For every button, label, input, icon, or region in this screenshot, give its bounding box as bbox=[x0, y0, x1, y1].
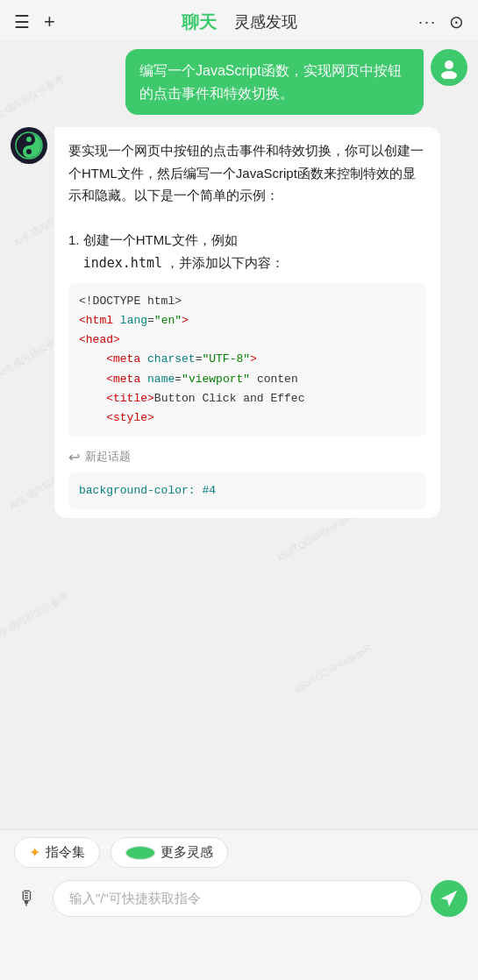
mic-button[interactable]: 🎙 bbox=[11, 882, 44, 915]
svg-point-0 bbox=[445, 60, 453, 69]
more-inspiration-label: 更多灵感 bbox=[161, 844, 213, 861]
more-inspiration-button[interactable]: 更多灵感 bbox=[111, 837, 228, 868]
user-message-row: 编写一个JavaScript函数，实现网页中按钮的点击事件和特效切换。 bbox=[11, 49, 467, 115]
code-partial-text: background-color: #4 bbox=[79, 484, 216, 497]
message-input[interactable]: 输入"/"可快捷获取指令 bbox=[53, 880, 422, 917]
mic-icon: 🎙 bbox=[18, 887, 37, 910]
user-avatar bbox=[431, 49, 467, 86]
code-line-1: <!DOCTYPE html> bbox=[79, 292, 416, 311]
header-right: ··· ⊙ bbox=[418, 11, 464, 32]
ai-intro-text: 要实现一个网页中按钮的点击事件和特效切换，你可以创建一个HTML文件，然后编写一… bbox=[68, 139, 426, 207]
chat-area: AI生成内容仅供参考k5olTQQXHfxqkqsRAI生成内容仅供参考k5ol… bbox=[0, 40, 478, 829]
new-topic-label[interactable]: 新起话题 bbox=[85, 447, 131, 466]
inspiration-dot-icon bbox=[125, 846, 155, 860]
bottom-toolbar: ✦ 指令集 更多灵感 bbox=[0, 829, 478, 873]
ai-bubble: 要实现一个网页中按钮的点击事件和特效切换，你可以创建一个HTML文件，然后编写一… bbox=[54, 127, 440, 518]
code-line-4: <meta charset="UTF-8"> bbox=[79, 350, 416, 369]
user-bubble: 编写一个JavaScript函数，实现网页中按钮的点击事件和特效切换。 bbox=[125, 49, 424, 115]
send-icon bbox=[439, 889, 459, 908]
code-line-2: <html lang="en"> bbox=[79, 311, 416, 330]
code-line-7: <style> bbox=[79, 408, 416, 428]
code-line-6: <title>Button Click and Effec bbox=[79, 389, 416, 408]
ai-avatar bbox=[11, 127, 47, 164]
input-bar: 🎙 输入"/"可快捷获取指令 bbox=[0, 873, 478, 931]
code-partial-block: background-color: #4 bbox=[68, 472, 426, 509]
commands-label: 指令集 bbox=[46, 844, 85, 861]
header-center: 聊天 灵感发现 bbox=[182, 11, 297, 34]
code-line-3: <head> bbox=[79, 330, 416, 350]
ai-message-row: 要实现一个网页中按钮的点击事件和特效切换，你可以创建一个HTML文件，然后编写一… bbox=[11, 127, 467, 518]
header-left: ☰ + bbox=[14, 11, 55, 33]
commands-button[interactable]: ✦ 指令集 bbox=[14, 837, 100, 868]
header: ☰ + 聊天 灵感发现 ··· ⊙ bbox=[0, 0, 478, 40]
send-button[interactable] bbox=[431, 880, 467, 917]
spark-icon: ✦ bbox=[29, 844, 40, 861]
new-topic-area: ↩ 新起话题 bbox=[68, 445, 426, 469]
svg-point-4 bbox=[26, 149, 32, 154]
more-icon[interactable]: ··· bbox=[418, 13, 437, 32]
tab-inspiration[interactable]: 灵感发现 bbox=[234, 11, 297, 32]
new-topic-icon: ↩ bbox=[68, 445, 80, 469]
tab-chat[interactable]: 聊天 bbox=[182, 11, 217, 34]
input-placeholder: 输入"/"可快捷获取指令 bbox=[69, 891, 201, 907]
svg-point-3 bbox=[26, 137, 32, 142]
record-icon[interactable]: ⊙ bbox=[449, 11, 464, 32]
user-message-text: 编写一个JavaScript函数，实现网页中按钮的点击事件和特效切换。 bbox=[139, 63, 402, 101]
code-line-5: <meta name="viewport" conten bbox=[79, 370, 416, 389]
code-block: <!DOCTYPE html> <html lang="en"> <head> … bbox=[68, 283, 426, 437]
add-icon[interactable]: + bbox=[44, 11, 55, 33]
ai-step1-text: 1. 创建一个HTML文件，例如 index.html ，并添加以下内容： bbox=[68, 229, 426, 274]
svg-point-1 bbox=[441, 71, 457, 79]
menu-icon[interactable]: ☰ bbox=[14, 11, 30, 32]
